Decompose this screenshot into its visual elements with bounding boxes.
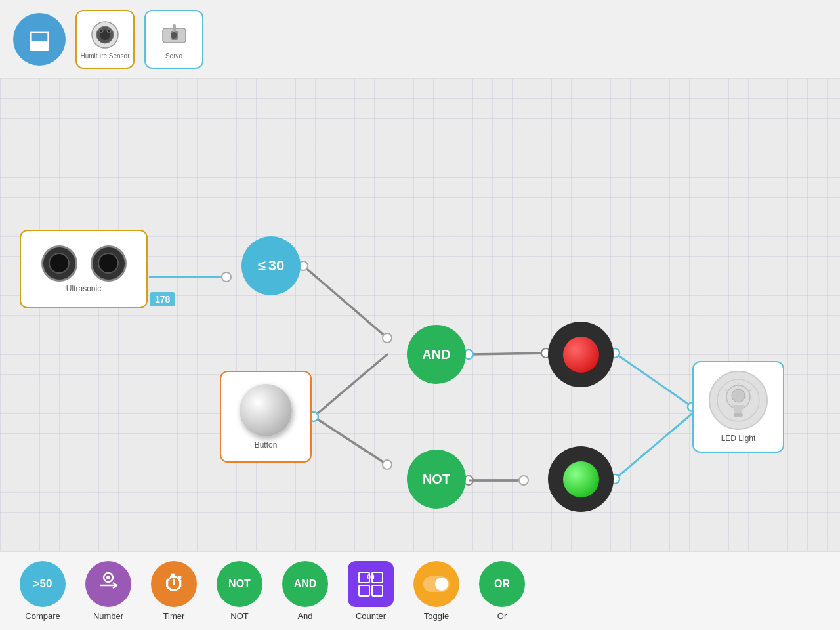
sensor-eye-inner-left (49, 253, 70, 274)
and-btn-text: AND (294, 578, 317, 590)
svg-point-3 (99, 29, 103, 33)
sensor-eye-left (41, 245, 77, 282)
toolbar-bluetooth[interactable]: ⬓ (13, 13, 66, 66)
not-label: NOT (423, 472, 450, 487)
svg-line-15 (615, 353, 692, 407)
servo-icon (158, 18, 190, 51)
toolbar-humidity-sensor[interactable]: Humiture Sensor (75, 10, 135, 69)
button-block-label: Button (255, 440, 278, 450)
timer-label: Timer (163, 611, 185, 621)
bottom-compare[interactable]: >50 Compare (20, 561, 66, 621)
timer-circle-btn[interactable]: ⏱ (151, 561, 197, 607)
svg-line-13 (469, 353, 546, 354)
or-btn-text: OR (494, 578, 510, 590)
servo-label: Servo (165, 52, 182, 60)
compare-value: 30 (268, 257, 284, 274)
svg-point-4 (107, 29, 111, 33)
number-circle-btn[interactable] (85, 561, 131, 607)
not-gate[interactable]: NOT (407, 450, 466, 509)
ultrasonic-label: Ultrasonic (66, 284, 101, 293)
led-light-block[interactable]: LED Light (692, 361, 784, 453)
counter-icon: 00 → (357, 570, 385, 598)
svg-rect-33 (734, 413, 743, 417)
red-dot-indicator (548, 322, 614, 387)
bluetooth-icon: ⬓ (28, 25, 51, 54)
svg-point-7 (171, 32, 177, 39)
number-label: Number (93, 611, 123, 621)
top-toolbar: ⬓ Humiture Sensor Servo (0, 0, 840, 79)
toolbar-servo[interactable]: Servo (144, 10, 203, 69)
svg-point-20 (383, 333, 392, 343)
toggle-label: Toggle (424, 611, 449, 621)
bottom-timer[interactable]: ⏱ Timer (151, 561, 197, 621)
toggle-icon (423, 576, 450, 592)
canvas-area: Ultrasonic 178 ≤ 30 Button AND NOT (0, 79, 840, 551)
svg-point-39 (106, 576, 110, 579)
compare-text: >50 (33, 578, 52, 591)
svg-point-48 (435, 578, 448, 591)
and-gate[interactable]: AND (407, 325, 466, 384)
humidity-sensor-label: Humiture Sensor (80, 52, 129, 60)
led-label: LED Light (721, 434, 756, 443)
and-btn-label: And (297, 611, 312, 621)
or-circle-btn[interactable]: OR (479, 561, 525, 607)
led-icon (709, 371, 768, 430)
and-label: AND (422, 347, 450, 362)
button-knob (240, 384, 292, 436)
green-dot (563, 461, 599, 497)
counter-block-btn[interactable]: 00 → (348, 561, 394, 607)
toggle-circle-btn[interactable] (413, 561, 459, 607)
sensor-eyes (41, 245, 127, 282)
svg-line-10 (303, 266, 387, 338)
bottom-and[interactable]: AND And (282, 561, 328, 621)
svg-point-21 (383, 460, 392, 469)
sensor-eye-inner-right (98, 253, 119, 274)
bottom-toggle[interactable]: Toggle (413, 561, 459, 621)
svg-line-12 (314, 417, 387, 465)
compare-symbol: ≤ (258, 257, 266, 274)
bottom-counter[interactable]: 00 → Counter (348, 561, 394, 621)
button-block[interactable]: Button (220, 371, 312, 463)
humidity-sensor-icon (89, 18, 121, 51)
svg-rect-8 (173, 24, 176, 32)
sensor-eye-right (91, 245, 127, 282)
svg-text:00: 00 (367, 574, 375, 581)
or-btn-label: Or (497, 611, 507, 621)
bottom-number[interactable]: Number (85, 561, 131, 621)
svg-line-11 (314, 354, 387, 417)
ultrasonic-block[interactable]: Ultrasonic (20, 230, 148, 308)
counter-label: Counter (356, 611, 386, 621)
svg-point-17 (222, 272, 231, 282)
not-btn-text: NOT (228, 578, 251, 590)
compare-node[interactable]: ≤ 30 (242, 236, 301, 295)
number-text (97, 571, 120, 597)
green-dot-indicator (548, 446, 614, 512)
svg-line-16 (615, 413, 692, 479)
not-circle-btn[interactable]: NOT (217, 561, 262, 607)
bottom-not[interactable]: NOT NOT (217, 561, 262, 621)
timer-icon: ⏱ (163, 572, 184, 597)
svg-point-37 (732, 389, 745, 402)
compare-label: Compare (25, 611, 60, 621)
not-btn-label: NOT (230, 611, 248, 621)
red-dot (563, 337, 599, 373)
and-circle-btn[interactable]: AND (282, 561, 328, 607)
bottom-toolbar: >50 Compare Number ⏱ Timer NOT (0, 551, 840, 630)
svg-point-25 (519, 476, 528, 485)
ultrasonic-value-badge: 178 (150, 292, 175, 306)
bottom-or[interactable]: OR Or (479, 561, 525, 621)
svg-text:→: → (368, 587, 374, 594)
compare-circle-btn[interactable]: >50 (20, 561, 66, 607)
